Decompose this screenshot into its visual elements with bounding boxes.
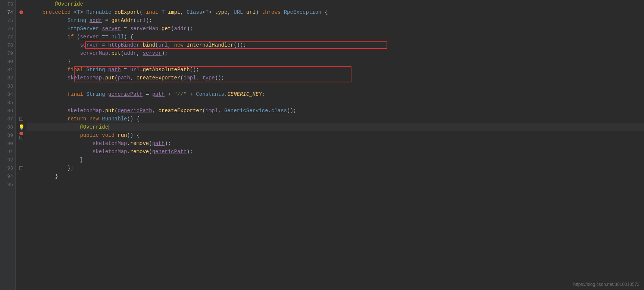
code-line-76: HttpServer server = serverMap.get(addr); <box>27 25 644 33</box>
param-type: type <box>215 9 228 15</box>
cursor-88 <box>109 124 109 130</box>
line-num-87: 87 <box>1 115 13 123</box>
gt-74: > <box>80 9 86 15</box>
var-server: server <box>102 26 121 32</box>
indent-73 <box>30 1 55 7</box>
var-path: path <box>108 67 121 73</box>
line-num-86: 86 <box>1 107 13 115</box>
code-line-95 <box>27 180 644 189</box>
code-line-94: } <box>27 172 644 180</box>
generic-74: < <box>74 9 77 15</box>
fn-doexport: doExport <box>115 9 140 15</box>
code-line-86: skeletonMap.put(genericPath, createExpor… <box>27 107 644 115</box>
type-url: URL <box>234 9 246 15</box>
gutter-90 <box>16 139 27 148</box>
type-T: T <box>77 9 80 15</box>
code-line-82: skeletonMap.put(path, createExporter(imp… <box>27 74 644 82</box>
code-line-89: public void run() { <box>27 131 644 139</box>
line-num-78: 78 <box>1 41 13 49</box>
line-num-76: 76 <box>1 25 13 33</box>
line-num-84: 84 <box>1 90 13 98</box>
gutter-87[interactable]: - <box>16 115 27 123</box>
var-addr: addr <box>90 18 102 23</box>
code-line-91: skeletonMap.remove(genericPath); <box>27 148 644 156</box>
line-num-83: 83 <box>1 82 13 90</box>
code-line-84: final String genericPath = path + "//" +… <box>27 90 644 98</box>
indent-74 <box>30 9 43 15</box>
code-area: @Override protected <T> Runnable doExpor… <box>27 0 644 290</box>
gutter-83 <box>16 82 27 90</box>
line-num-77: 77 <box>1 33 13 41</box>
param-url: url <box>246 9 256 15</box>
code-line-88: @Override <box>27 123 644 131</box>
code-line-93: }; <box>27 164 644 172</box>
breakpoint-icon-74[interactable] <box>19 10 23 14</box>
code-line-81: final String path = url.getAbsolutePath(… <box>27 66 644 74</box>
code-line-85 <box>27 98 644 107</box>
gutter-88[interactable]: 💡 <box>16 123 27 131</box>
type-class: Class <box>187 9 202 15</box>
line-num-91: 91 <box>1 148 13 156</box>
watermark: https://blog.csdn.net/u010013573 <box>573 282 640 287</box>
gutter-77 <box>16 33 27 41</box>
code-line-78: server = httpBinder.bind(url, new Intern… <box>27 41 644 49</box>
line-num-75: 75 <box>1 16 13 25</box>
gutter-85 <box>16 98 27 107</box>
line-num-85: 85 <box>1 98 13 107</box>
code-line-90: skeletonMap.remove(path); <box>27 139 644 148</box>
type-T2: T <box>162 9 168 15</box>
line-num-90: 90 <box>1 139 13 148</box>
gutter-92 <box>16 156 27 164</box>
gutter-89[interactable]: - <box>16 131 27 139</box>
gutter-78 <box>16 41 27 49</box>
code-line-73: @Override <box>27 0 644 8</box>
paren-74: ( <box>140 9 143 15</box>
line-num-79: 79 <box>1 49 13 57</box>
gutter-73 <box>16 0 27 8</box>
code-line-80: } <box>27 57 644 66</box>
annotation-88: @Override <box>80 124 108 130</box>
code-line-74: protected <T> Runnable doExport(final T … <box>27 8 644 16</box>
var-server-78: server <box>80 42 99 48</box>
line-num-80: 80 <box>1 57 13 66</box>
line-num-74: 74 <box>1 8 13 16</box>
fold-icon-93[interactable]: - <box>19 166 23 170</box>
code-line-75: String addr = getAddr(url); <box>27 16 644 25</box>
gutter-80 <box>16 57 27 66</box>
line-num-88: 88 <box>1 123 13 131</box>
gutter-91 <box>16 148 27 156</box>
type-runnable: Runnable <box>86 9 115 15</box>
italic-generic-key: GENERIC_KEY <box>227 91 262 97</box>
gutter-79 <box>16 49 27 57</box>
line-num-82: 82 <box>1 74 13 82</box>
code-line-87: return new Runnable() { <box>27 115 644 123</box>
gutter-75 <box>16 16 27 25</box>
gutter-84 <box>16 90 27 98</box>
code-line-79: serverMap.put(addr, server); <box>27 49 644 57</box>
gutter-94 <box>16 172 27 180</box>
type-rpc: RpcException <box>284 9 325 15</box>
gutter-81 <box>16 66 27 74</box>
gutter-74[interactable] <box>16 8 27 16</box>
line-num-93: 93 <box>1 164 13 172</box>
code-editor: 73 74 75 76 77 78 79 80 81 82 83 84 85 8… <box>0 0 644 290</box>
code-line-92: } <box>27 156 644 164</box>
bulb-icon-88[interactable]: 💡 <box>18 124 25 130</box>
line-num-94: 94 <box>1 172 13 180</box>
gutter-86 <box>16 107 27 115</box>
gutter: - 💡 - - <box>16 0 27 290</box>
line-num-95: 95 <box>1 180 13 189</box>
code-line-83 <box>27 82 644 90</box>
kw-final: final <box>143 9 162 15</box>
breakpoint-icon-89[interactable] <box>19 132 23 135</box>
fold-icon-87[interactable]: - <box>19 117 23 121</box>
line-num-73: 73 <box>1 0 13 8</box>
var-genericpath: genericPath <box>108 91 143 97</box>
gutter-93[interactable]: - <box>16 164 27 172</box>
fold-icon-89[interactable]: - <box>19 136 23 139</box>
gutter-82 <box>16 74 27 82</box>
kw-protected: protected <box>43 9 74 15</box>
line-num-92: 92 <box>1 156 13 164</box>
gutter-95 <box>16 180 27 189</box>
line-numbers: 73 74 75 76 77 78 79 80 81 82 83 84 85 8… <box>0 0 16 290</box>
